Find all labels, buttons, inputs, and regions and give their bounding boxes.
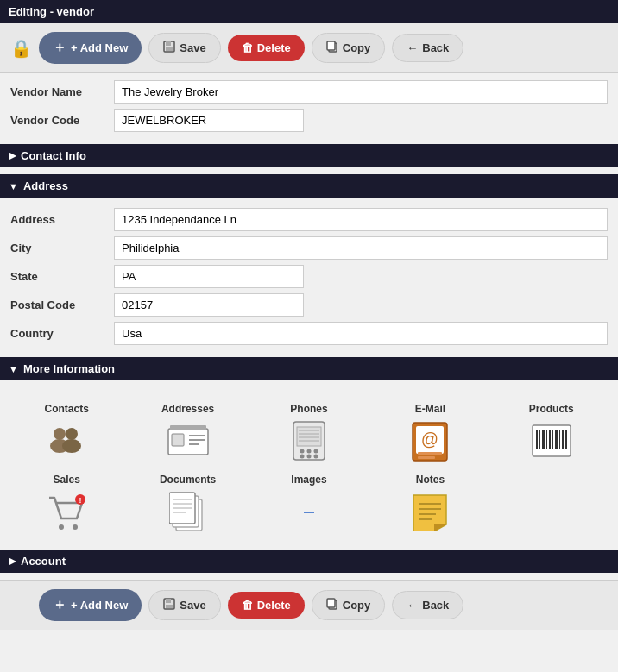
vendor-name-row: Vendor Name [10,80,608,104]
contact-info-section-header[interactable]: ▶ Contact Info [0,144,618,167]
products-icon [531,422,572,460]
address-section: ▼ Address Address City State Postal Code… [0,174,618,357]
copy-icon-bottom [326,598,338,612]
images-icon: — [296,503,322,520]
svg-rect-36 [546,430,547,449]
svg-rect-16 [297,427,321,446]
sales-icon-box: ! [44,489,89,534]
svg-point-5 [54,428,66,440]
svg-rect-42 [565,430,567,449]
back-arrow-icon: ← [407,41,418,54]
delete-button-bottom[interactable]: 🗑 Delete [228,592,305,619]
save-button-top[interactable]: Save [148,33,220,63]
addresses-icon-box [166,418,211,463]
plus-icon-bottom: ＋ [53,596,66,614]
documents-label: Documents [160,474,216,486]
save-icon-bottom [163,598,175,612]
phones-icon-box [287,418,331,463]
copy-button-bottom[interactable]: Copy [312,590,386,620]
more-info-row1: Contacts Addresses [10,396,608,470]
more-info-row2: Sales ! Documents [10,470,608,541]
more-info-section-header[interactable]: ▼ More Information [0,357,618,380]
vendor-name-input[interactable] [114,80,608,104]
svg-text:—: — [304,506,314,518]
plus-icon: ＋ [53,39,66,57]
notes-icon-box [407,489,452,534]
phones-icon [290,420,328,462]
svg-point-21 [306,455,311,459]
top-toolbar: 🔒 ＋ + Add New Save 🗑 Delete Copy ← Back [0,23,618,73]
contact-info-arrow: ▶ [9,150,16,161]
account-label: Account [21,555,66,568]
state-input[interactable] [114,265,304,288]
save-button-bottom[interactable]: Save [148,590,220,620]
vendor-code-label: Vendor Code [10,114,114,127]
notes-label: Notes [416,474,445,486]
copy-button-top[interactable]: Copy [312,33,386,63]
back-button-top[interactable]: ← Back [392,34,464,62]
delete-button-top[interactable]: 🗑 Delete [228,35,305,61]
svg-rect-63 [166,605,173,608]
images-item[interactable]: Images — [253,474,365,534]
address-section-header[interactable]: ▼ Address [0,174,618,198]
address-input[interactable] [114,208,608,231]
postal-code-label: Postal Code [10,298,114,311]
vendor-code-input[interactable] [114,109,304,132]
save-icon [163,41,175,55]
documents-item[interactable]: Documents [131,474,243,534]
products-label: Products [529,403,574,415]
more-info-arrow: ▼ [9,364,18,374]
lock-icon: 🔒 [10,38,32,59]
notes-item[interactable]: Notes [374,474,486,534]
country-row: Country [10,322,608,345]
city-input[interactable] [114,236,608,260]
more-info-label: More Information [23,362,115,375]
trash-icon: 🗑 [242,41,253,54]
notes-icon [410,492,450,531]
vendor-name-label: Vendor Name [10,85,114,98]
postal-code-row: Postal Code [10,293,608,317]
title-bar: Editing - vendor [0,0,618,23]
add-new-button-top[interactable]: ＋ + Add New [39,32,142,64]
svg-text:!: ! [79,496,82,505]
contacts-icon-box [44,418,89,463]
vendor-code-row: Vendor Code [10,109,608,132]
address-arrow: ▼ [9,181,18,192]
svg-point-43 [59,524,64,530]
back-arrow-icon-bottom: ← [407,599,418,612]
postal-code-input[interactable] [114,293,304,317]
account-section-header[interactable]: ▶ Account [0,550,618,573]
documents-icon-box [166,489,211,534]
city-label: City [10,242,114,254]
sales-item[interactable]: Sales ! [10,474,123,534]
email-item[interactable]: E-Mail @ [374,403,486,463]
contacts-label: Contacts [45,403,89,415]
account-arrow: ▶ [9,556,16,567]
products-item[interactable]: Products [495,403,608,463]
account-section: ▶ Account [0,550,618,573]
address-label: Address [23,179,68,192]
empty-col5 [495,474,608,534]
email-label: E-Mail [415,403,445,415]
svg-text:@: @ [421,430,438,449]
addresses-icon [167,422,210,460]
contacts-item[interactable]: Contacts [10,403,123,463]
phones-item[interactable]: Phones [253,403,365,463]
contact-info-label: Contact Info [21,149,86,162]
add-new-button-bottom[interactable]: ＋ + Add New [39,589,142,621]
addresses-item[interactable]: Addresses [131,403,243,463]
svg-rect-38 [552,430,553,449]
trash-icon-bottom: 🗑 [242,599,253,612]
svg-point-22 [313,455,318,459]
country-input[interactable] [114,322,608,345]
svg-point-17 [300,449,304,454]
copy-icon [326,41,338,55]
svg-rect-41 [562,430,564,449]
more-info-content: Contacts Addresses [0,387,618,550]
svg-rect-65 [327,599,335,607]
address-field-label: Address [10,213,114,226]
back-button-bottom[interactable]: ← Back [392,591,464,619]
svg-rect-37 [549,430,551,449]
svg-rect-62 [166,599,171,603]
contacts-icon [46,420,87,462]
